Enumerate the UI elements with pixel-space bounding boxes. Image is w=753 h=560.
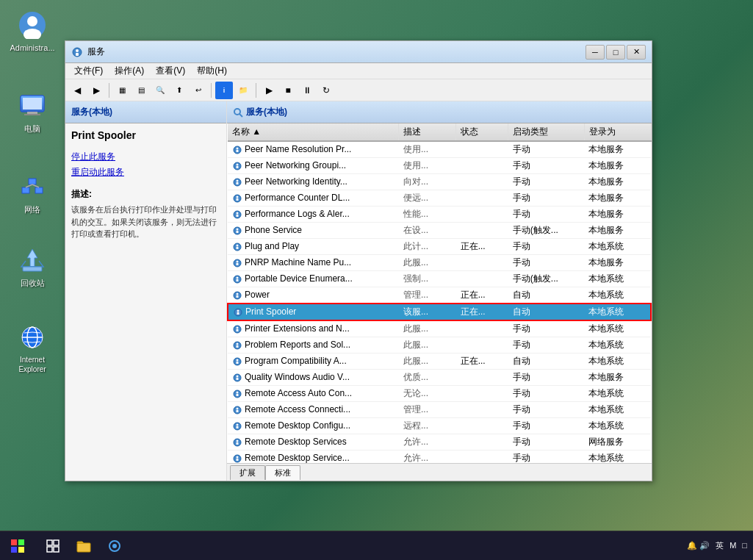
svg-rect-79 [237,442,239,445]
forward-button[interactable]: ▶ [87,82,105,99]
table-cell: 正在... [456,353,508,370]
col-desc[interactable]: 描述 [399,123,456,141]
desktop-icon-user[interactable]: Administra... [6,7,59,56]
toolbar-sep-3 [256,83,256,98]
desktop-icon-ie[interactable]: InternetExplorer [6,320,59,377]
table-row[interactable]: Printer Extensions and N...此服...手动本地系统 [228,320,651,337]
table-cell: Print Spooler [228,304,399,320]
table-row[interactable]: Portable Device Enumera...强制...手动(触发...本… [228,271,651,287]
menu-action[interactable]: 操作(A) [109,63,150,79]
col-status[interactable]: 状态 [456,123,508,141]
table-cell: 此计... [399,239,456,255]
table-row[interactable]: Peer Networking Identity...向对...手动本地服务 [228,174,651,190]
toolbar-restart[interactable]: ↻ [317,82,335,99]
menu-help[interactable]: 帮助(H) [191,63,233,79]
table-row[interactable]: Remote Desktop Service...允许...手动本地系统 [228,450,651,464]
table-cell: 手动 [508,255,585,271]
desktop-icon-network[interactable]: 网络 [6,169,59,218]
table-row[interactable]: Phone Service在设...手动(触发...本地服务 [228,223,651,239]
services-table-container[interactable]: 名称 ▲ 描述 状态 启动类型 登录为 Peer Name Resolution… [227,123,652,463]
table-cell: 向对... [399,174,456,190]
menu-view[interactable]: 查看(V) [150,63,191,79]
toolbar-btn-2[interactable]: ▤ [132,82,150,99]
svg-rect-88 [54,540,59,545]
table-row[interactable]: Quality Windows Audio V...优质...手动本地服务 [228,370,651,386]
svg-rect-31 [237,182,239,184]
table-header: 名称 ▲ 描述 状态 启动类型 登录为 [228,123,651,141]
toolbar-btn-info[interactable]: i [215,82,233,99]
toolbar-stop[interactable]: ■ [279,82,297,99]
computer-icon [18,91,47,121]
table-row[interactable]: Program Compatibility A...此服...正在...自动本地… [228,353,651,370]
desktop-icon-recycle[interactable]: 回收站 [6,243,59,291]
table-row[interactable]: Remote Access Connecti...管理...手动本地系统 [228,402,651,418]
table-cell: 手动 [508,337,585,353]
toolbar-play[interactable]: ▶ [260,82,278,99]
col-startup[interactable]: 启动类型 [508,123,585,141]
svg-rect-43 [237,247,239,249]
table-cell: 正在... [456,287,508,304]
table-row[interactable]: Peer Name Resolution Pr...使用...手动本地服务 [228,141,651,158]
taskbar-language: 英 [716,540,724,551]
svg-rect-10 [29,179,36,184]
table-row[interactable]: Remote Desktop Services允许...手动网络服务 [228,434,651,450]
close-button[interactable]: ✕ [627,45,646,60]
table-row[interactable]: Peer Networking Groupi...使用...手动本地服务 [228,158,651,174]
file-explorer-button[interactable] [69,532,98,560]
table-cell [456,402,508,418]
table-row[interactable]: PNRP Machine Name Pu...此服...手动本地服务 [228,255,651,271]
toolbar-btn-5[interactable]: ↩ [190,82,207,99]
menu-file[interactable]: 文件(F) [68,63,109,79]
table-row[interactable]: Problem Reports and Sol...此服...手动本地系统 [228,337,651,353]
toolbar-btn-folder[interactable]: 📁 [234,82,252,99]
desktop-icon-computer[interactable]: 电脑 [6,88,59,137]
settings-button[interactable] [100,532,129,560]
stop-service-link[interactable]: 停止此服务 [71,150,220,164]
table-cell: 自动 [508,353,585,370]
svg-point-42 [237,244,239,246]
table-row[interactable]: Power管理...正在...自动本地系统 [228,287,651,304]
table-cell: 手动 [508,239,585,255]
table-cell: 远程... [399,418,456,434]
table-row[interactable]: Print Spooler该服...正在...自动本地系统 [228,304,651,320]
col-name[interactable]: 名称 ▲ [228,123,399,141]
svg-rect-85 [11,547,17,553]
svg-rect-90 [54,547,59,552]
maximize-button[interactable]: □ [606,45,625,60]
table-row[interactable]: Remote Access Auto Con...无论...手动本地系统 [228,386,651,402]
title-bar[interactable]: 服务 ─ □ ✕ [65,41,652,63]
toolbar-btn-1[interactable]: ▦ [113,82,131,99]
task-view-button[interactable] [38,532,68,560]
svg-rect-5 [23,98,42,110]
svg-line-12 [32,184,39,187]
tab-expand[interactable]: 扩展 [230,465,265,480]
table-row[interactable]: Remote Desktop Configu...远程...手动本地系统 [228,418,651,434]
table-cell: 手动(触发... [508,223,585,239]
taskbar-time: M [729,540,736,551]
table-row[interactable]: Performance Counter DL...便远...手动本地服务 [228,190,651,207]
toolbar-pause[interactable]: ⏸ [298,82,316,99]
table-cell [456,174,508,190]
back-button[interactable]: ◀ [68,82,86,99]
table-row[interactable]: Plug and Play此计...正在...手动本地系统 [228,239,651,255]
toolbar-btn-4[interactable]: ⬆ [170,82,188,99]
table-cell: 管理... [399,402,456,418]
col-logon[interactable]: 登录为 [584,123,651,141]
taskbar-icons [35,532,132,560]
minimize-button[interactable]: ─ [586,45,605,60]
table-cell: 本地系统 [584,320,651,337]
table-cell: Remote Desktop Service... [228,450,399,464]
svg-rect-70 [237,394,239,396]
svg-point-45 [237,260,239,262]
left-panel-title: 服务(本地) [71,107,112,117]
table-cell: Remote Desktop Services [228,434,399,450]
restart-service-link[interactable]: 重启动此服务 [71,165,220,179]
start-button[interactable] [0,531,35,561]
table-row[interactable]: Performance Logs & Aler...性能...手动本地服务 [228,207,651,223]
toolbar-btn-3[interactable]: 🔍 [151,82,169,99]
svg-rect-73 [237,410,239,412]
svg-rect-76 [237,426,239,428]
tab-standard[interactable]: 标准 [265,465,300,480]
table-cell: 优质... [399,370,456,386]
svg-point-66 [237,375,239,377]
